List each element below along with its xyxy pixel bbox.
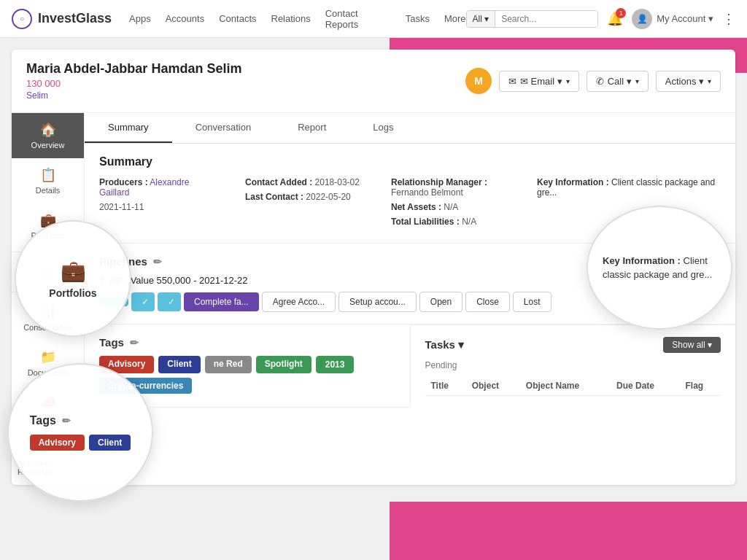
pipeline-step-close[interactable]: Close	[465, 292, 510, 312]
key-info-label: Key Information :	[537, 177, 609, 187]
email-icon: ✉	[508, 76, 516, 87]
tab-logs[interactable]: Logs	[349, 113, 417, 143]
net-assets-value: N/A	[444, 202, 458, 212]
pipeline-step-complete[interactable]: Complete fa...	[184, 292, 259, 311]
total-liabilities-label: Total Liabilities :	[391, 217, 460, 227]
pipeline-step-check1[interactable]: ✓	[131, 292, 155, 311]
bell-button[interactable]: 🔔 1	[607, 11, 623, 27]
actions-label: Actions ▾	[665, 76, 704, 87]
tooltip-tag-advisory[interactable]: Advisory	[30, 435, 85, 451]
pipeline-step-setup[interactable]: Setup accou...	[338, 292, 417, 312]
producers-label: Producers :	[99, 177, 148, 187]
tags-edit-icon[interactable]: ✏	[130, 337, 139, 349]
pipelines-edit-icon[interactable]: ✏	[153, 256, 162, 268]
pipeline-step-check2[interactable]: ✓	[158, 292, 181, 311]
call-icon: ✆	[596, 76, 604, 87]
tag-red[interactable]: ne Red	[205, 356, 252, 373]
tasks-title: Tasks ▾	[425, 338, 465, 351]
bottom-row: Tags ✏ Advisory Client ne Red Spotlight …	[85, 324, 735, 408]
summary-date2: 2021-11-11	[99, 202, 216, 212]
tasks-col-due-date: Due Date	[611, 376, 680, 396]
navbar: ○ InvestGlass Apps Accounts Contacts Rel…	[0, 0, 747, 38]
email-button[interactable]: ✉ ✉ Email ▾	[499, 71, 579, 92]
tag-2013[interactable]: 2013	[316, 356, 355, 373]
summary-net-assets: Net Assets : N/A	[391, 202, 508, 212]
tags-tooltip-title: Tags	[30, 414, 56, 427]
nav-contact-reports[interactable]: Contact Reports	[325, 8, 391, 30]
contact-added-label: Contact Added :	[245, 177, 312, 187]
tab-conversation[interactable]: Conversation	[172, 113, 275, 143]
tasks-title-label[interactable]: Tasks ▾	[425, 338, 465, 351]
total-liabilities-value: N/A	[462, 217, 476, 227]
tags-header: Tags ✏	[99, 336, 395, 349]
tasks-col-title: Title	[425, 376, 466, 396]
rel-manager-label: Relationship Manager :	[391, 177, 487, 187]
tooltip-tags-inner: Tags ✏ Advisory Client	[18, 402, 143, 462]
tasks-col-flag: Flag	[679, 376, 721, 396]
contact-header-actions: M ✉ ✉ Email ▾ ✆ Call ▾ Actions ▾	[465, 68, 721, 94]
documents-icon: 📁	[40, 349, 56, 365]
summary-col-producers: Producers : Alexandre Gaillard 2021-11-1…	[99, 177, 216, 231]
last-contact-label: Last Contact :	[245, 192, 303, 202]
pipeline-step-agree[interactable]: Agree Acco...	[262, 292, 336, 312]
sidebar-details-label: Details	[36, 186, 61, 195]
contact-info: Maria Abdel-Jabbar Hamdan Selim 130 000 …	[26, 61, 465, 101]
summary-col-manager: Relationship Manager : Fernando Belmont …	[391, 177, 508, 231]
nav-relations[interactable]: Relations	[271, 13, 311, 24]
pipeline-step-lost[interactable]: Lost	[513, 292, 551, 312]
sidebar-item-overview[interactable]: 🏠 Overview	[12, 113, 84, 158]
contact-avatar[interactable]: M	[465, 68, 492, 94]
tab-summary[interactable]: Summary	[85, 113, 172, 143]
show-all-button[interactable]: Show all ▾	[663, 337, 721, 353]
net-assets-label: Net Assets :	[391, 202, 441, 212]
call-label: Call ▾	[608, 76, 632, 87]
contact-name: Maria Abdel-Jabbar Hamdan Selim	[26, 61, 465, 77]
account-avatar: 👤	[632, 9, 652, 29]
main-wrapper: Maria Abdel-Jabbar Hamdan Selim 130 000 …	[0, 38, 747, 560]
search-group: All ▾	[466, 10, 599, 28]
nav-accounts[interactable]: Accounts	[166, 13, 204, 24]
nav-contacts[interactable]: Contacts	[219, 13, 256, 24]
tasks-section: Tasks ▾ Show all ▾ Pending Title	[411, 324, 736, 408]
tab-report[interactable]: Report	[274, 113, 349, 143]
tags-tooltip-header: Tags ✏	[30, 414, 71, 427]
tooltip-portfolios: 💼 Portfolios	[15, 220, 131, 337]
search-area: All ▾	[466, 10, 599, 28]
tags-list: Advisory Client ne Red Spotlight 2013 Cr…	[99, 356, 395, 394]
tooltip-portfolios-inner: 💼 Portfolios	[49, 259, 96, 299]
all-dropdown[interactable]: All ▾	[467, 11, 496, 27]
nav-more[interactable]: More	[444, 13, 466, 24]
summary-last-contact: Last Contact : 2022-05-20	[245, 192, 362, 202]
nav-tasks[interactable]: Tasks	[406, 13, 430, 24]
menu-dots[interactable]: ⋮	[722, 11, 735, 27]
logo-icon: ○	[12, 9, 32, 29]
account-label: My Account ▾	[657, 13, 713, 24]
pipeline-step-open[interactable]: Open	[419, 292, 462, 312]
brand-name: InvestGlass	[38, 11, 112, 26]
call-button[interactable]: ✆ Call ▾	[587, 71, 649, 92]
contact-header: Maria Abdel-Jabbar Hamdan Selim 130 000 …	[12, 50, 735, 113]
last-contact-value: 2022-05-20	[306, 192, 350, 202]
show-all-label: Show all ▾	[672, 340, 712, 350]
sidebar-item-details[interactable]: 📋 Details	[12, 158, 84, 203]
pending-label: Pending	[425, 360, 721, 370]
notification-badge: 1	[616, 8, 626, 18]
sidebar-overview-label: Overview	[31, 141, 65, 149]
tasks-col-object: Object	[466, 376, 520, 396]
search-input[interactable]	[495, 11, 597, 27]
tag-spotlight[interactable]: Spotlight	[256, 356, 311, 373]
summary-contact-added: Contact Added : 2018-03-02	[245, 177, 362, 187]
contact-group[interactable]: Selim	[26, 90, 465, 101]
nav-apps[interactable]: Apps	[129, 13, 151, 24]
tabs: Summary Conversation Report Logs	[85, 113, 735, 144]
key-info-tooltip-label: Key Information :	[603, 255, 681, 266]
brand-logo[interactable]: ○ InvestGlass	[12, 9, 112, 29]
account-menu[interactable]: 👤 My Account ▾	[632, 9, 713, 29]
overview-icon: 🏠	[40, 122, 56, 138]
tag-client[interactable]: Client	[158, 356, 200, 373]
tooltip-tag-client[interactable]: Client	[89, 435, 131, 451]
tasks-col-object-name: Object Name	[520, 376, 611, 396]
tags-tooltip-edit[interactable]: ✏	[62, 415, 71, 427]
actions-button[interactable]: Actions ▾	[656, 71, 721, 92]
contact-added-value: 2018-03-02	[315, 177, 360, 187]
